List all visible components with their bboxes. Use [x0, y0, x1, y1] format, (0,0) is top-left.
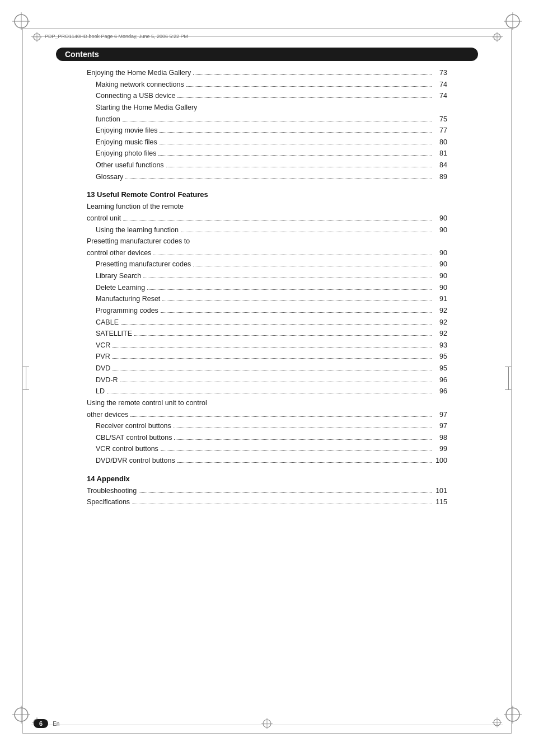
toc-entry-label: SATELLITE — [87, 328, 132, 340]
toc-entry: Library Search90 — [87, 270, 447, 282]
left-side-reg-mark — [22, 367, 29, 390]
toc-body: Enjoying the Home Media Gallery73Making … — [87, 67, 447, 516]
page-border-bottom — [22, 733, 512, 734]
toc-page-number: 100 — [434, 455, 447, 467]
toc-entry: Connecting a USB device74 — [87, 90, 447, 102]
toc-entry-label: DVD-R — [87, 374, 118, 386]
toc-page-number: 91 — [434, 293, 447, 305]
toc-dots — [139, 492, 432, 493]
toc-dots — [113, 358, 432, 359]
toc-dots — [134, 335, 432, 336]
toc-page-number: 90 — [434, 224, 447, 236]
toc-dots — [160, 132, 432, 133]
toc-entry: Enjoying music files80 — [87, 137, 447, 148]
toc-page-number: 95 — [434, 363, 447, 374]
toc-entry-label: Other useful functions — [87, 159, 164, 171]
toc-page-number: 99 — [434, 443, 447, 455]
toc-page-number: 73 — [434, 67, 447, 79]
toc-section-title: 13 Useful Remote Control Features — [87, 190, 447, 199]
toc-page-number: 81 — [434, 148, 447, 159]
toc-entry: Programming codes92 — [87, 305, 447, 317]
toc-dots — [186, 86, 432, 87]
corner-reg-bottom-right — [504, 706, 522, 725]
toc-dots — [130, 416, 432, 417]
toc-entry-label: Manufacturing Reset — [87, 293, 160, 305]
toc-dots — [123, 220, 432, 220]
toc-page-number: 77 — [434, 125, 447, 137]
toc-page-number: 90 — [434, 270, 447, 282]
toc-page-number: 93 — [434, 340, 447, 351]
toc-entry: VCR93 — [87, 340, 447, 351]
contents-title: Contents — [65, 50, 99, 59]
toc-entry-label: Delete Learning — [87, 282, 145, 294]
toc-dots — [162, 300, 432, 301]
toc-page-number: 74 — [434, 79, 447, 91]
toc-page-number: 92 — [434, 317, 447, 328]
toc-page-number: 74 — [434, 90, 447, 102]
toc-entry: DVD-R96 — [87, 374, 447, 386]
toc-page-number: 95 — [434, 351, 447, 363]
toc-entry-label: Learning function of the remote — [87, 201, 184, 213]
toc-page-number: 92 — [434, 305, 447, 317]
toc-page-number: 101 — [434, 485, 447, 497]
toc-dots — [147, 289, 432, 290]
toc-page-number: 75 — [434, 114, 447, 125]
toc-entry-label: VCR — [87, 340, 110, 351]
toc-entry-label: Connecting a USB device — [87, 90, 175, 102]
toc-page-number: 89 — [434, 171, 447, 183]
contents-title-bar: Contents — [56, 48, 478, 61]
toc-dots — [113, 370, 432, 370]
toc-entry: Manufacturing Reset91 — [87, 293, 447, 305]
toc-section-useful-remote: 13 Useful Remote Control FeaturesLearnin… — [87, 190, 447, 466]
toc-dots — [160, 144, 432, 144]
toc-entry-label: Using the remote control unit to control — [87, 397, 207, 409]
toc-entry-label: Using the learning function — [87, 224, 179, 236]
toc-entry-label: function — [87, 114, 120, 125]
toc-entry: VCR control buttons99 — [87, 443, 447, 455]
toc-dots — [174, 439, 432, 440]
toc-entry-label: DVD — [87, 363, 110, 374]
toc-entry: Presetting manufacturer codes90 — [87, 259, 447, 270]
toc-dots — [174, 428, 432, 428]
toc-entry: PVR95 — [87, 351, 447, 363]
page-number-box: 6 — [34, 719, 48, 728]
toc-entry-label: Enjoying music files — [87, 137, 157, 148]
toc-entry-label: Specifications — [87, 496, 130, 508]
page-border-top — [22, 28, 512, 29]
toc-entry: function75 — [87, 114, 447, 125]
toc-page-number: 92 — [434, 328, 447, 340]
toc-dots — [177, 97, 432, 98]
toc-dots — [107, 393, 432, 393]
toc-entry: Enjoying photo files81 — [87, 148, 447, 159]
toc-entry-label: Starting the Home Media Gallery — [87, 102, 197, 114]
toc-section-title: 14 Appendix — [87, 475, 447, 483]
toc-dots — [193, 266, 432, 266]
inner-corner-top-right — [492, 32, 502, 44]
toc-entry: Using the remote control unit to control — [87, 397, 447, 409]
corner-reg-top-left — [12, 12, 30, 32]
toc-entry-label: LD — [87, 386, 105, 397]
toc-page-number: 96 — [434, 374, 447, 386]
toc-dots — [161, 450, 432, 451]
toc-entry: Learning function of the remote — [87, 201, 447, 213]
toc-entry-label: Library Search — [87, 270, 141, 282]
toc-entry-label: other devices — [87, 409, 128, 421]
toc-dots — [161, 312, 432, 313]
toc-entry: Delete Learning90 — [87, 282, 447, 294]
inner-corner-top-left — [32, 32, 42, 44]
toc-section-home-media-gallery: Enjoying the Home Media Gallery73Making … — [87, 67, 447, 182]
toc-dots — [181, 232, 432, 232]
right-side-reg-mark — [505, 367, 512, 390]
toc-entry: Enjoying the Home Media Gallery73 — [87, 67, 447, 79]
toc-entry-label: Enjoying the Home Media Gallery — [87, 67, 191, 79]
toc-dots — [123, 121, 432, 121]
toc-dots — [153, 255, 432, 255]
toc-page-number: 115 — [434, 496, 447, 508]
toc-page-number: 98 — [434, 432, 447, 444]
toc-dots — [121, 324, 432, 325]
toc-page-number: 90 — [434, 213, 447, 224]
toc-entry: Glossary89 — [87, 171, 447, 183]
toc-entry-label: Glossary — [87, 171, 123, 183]
toc-entry-label: control other devices — [87, 247, 151, 259]
toc-entry: other devices97 — [87, 409, 447, 421]
